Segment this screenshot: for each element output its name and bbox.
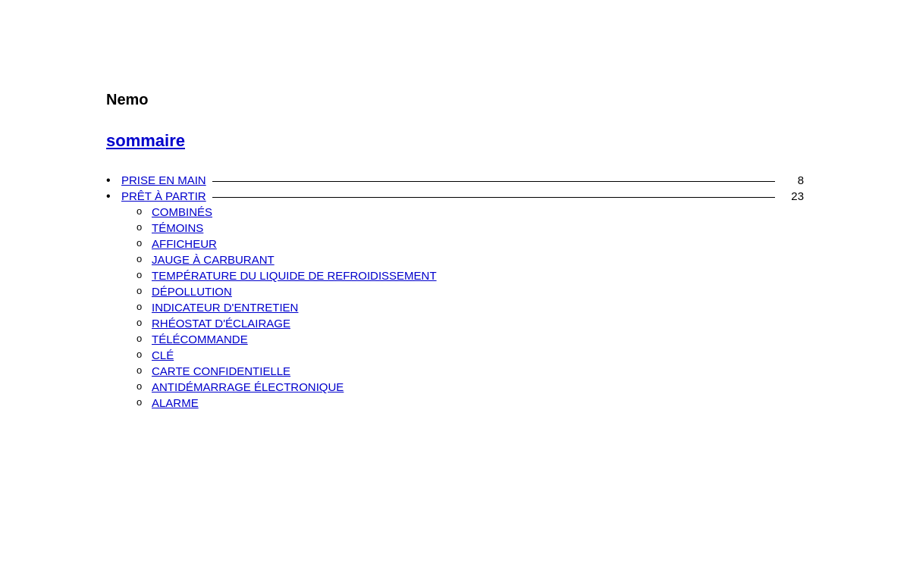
toc-link-prise-en-main[interactable]: PRISE EN MAIN <box>121 174 206 186</box>
sub-link-temoins[interactable]: TÉMOINS <box>152 221 203 234</box>
sub-item-rheostat: RHÉOSTAT D'ÉCLAIRAGE <box>136 317 804 330</box>
sub-link-combines[interactable]: COMBINÉS <box>152 205 212 218</box>
sub-item-alarme: ALARME <box>136 396 804 409</box>
sub-link-depollution[interactable]: DÉPOLLUTION <box>152 285 232 298</box>
sub-item-carte: CARTE CONFIDENTIELLE <box>136 364 804 377</box>
sub-link-antidemarrage[interactable]: ANTIDÉMARRAGE ÉLECTRONIQUE <box>152 380 344 393</box>
sub-item-antidemarrage: ANTIDÉMARRAGE ÉLECTRONIQUE <box>136 380 804 393</box>
sub-item-temperature: TEMPÉRATURE DU LIQUIDE DE REFROIDISSEMEN… <box>136 269 804 282</box>
app-title: Nemo <box>106 91 804 108</box>
sub-link-rheostat[interactable]: RHÉOSTAT D'ÉCLAIRAGE <box>152 317 290 330</box>
sub-item-jauge: JAUGE À CARBURANT <box>136 253 804 266</box>
sub-link-cle[interactable]: CLÉ <box>152 349 174 361</box>
sub-link-indicateur[interactable]: INDICATEUR D'ENTRETIEN <box>152 301 298 314</box>
page-container: Nemo sommaire PRISE EN MAIN 8 PRÊT À PAR… <box>0 0 910 458</box>
toc-line-1 <box>212 181 775 182</box>
toc-item-prise-en-main: PRISE EN MAIN 8 <box>106 174 804 186</box>
toc-page-2: 23 <box>781 189 804 202</box>
sub-item-combines: COMBINÉS <box>136 205 804 218</box>
toc-heading[interactable]: sommaire <box>106 131 185 151</box>
sub-link-alarme[interactable]: ALARME <box>152 396 199 409</box>
sub-link-carte[interactable]: CARTE CONFIDENTIELLE <box>152 364 290 377</box>
sub-link-afficheur[interactable]: AFFICHEUR <box>152 237 217 250</box>
sub-list: COMBINÉS TÉMOINS AFFICHEUR JAUGE À CARBU… <box>136 205 804 409</box>
sub-item-cle: CLÉ <box>136 349 804 361</box>
sub-item-telecommande: TÉLÉCOMMANDE <box>136 333 804 346</box>
sub-link-jauge[interactable]: JAUGE À CARBURANT <box>152 253 275 266</box>
toc-link-pret-a-partir[interactable]: PRÊT À PARTIR <box>121 189 206 202</box>
toc-line-2 <box>212 197 775 198</box>
sub-item-temoins: TÉMOINS <box>136 221 804 234</box>
sub-link-temperature[interactable]: TEMPÉRATURE DU LIQUIDE DE REFROIDISSEMEN… <box>152 269 437 282</box>
sub-item-depollution: DÉPOLLUTION <box>136 285 804 298</box>
toc-page-1: 8 <box>781 174 804 186</box>
toc-list: PRISE EN MAIN 8 PRÊT À PARTIR 23 <box>106 174 804 202</box>
sub-link-telecommande[interactable]: TÉLÉCOMMANDE <box>152 333 248 346</box>
sub-item-afficheur: AFFICHEUR <box>136 237 804 250</box>
sub-item-indicateur: INDICATEUR D'ENTRETIEN <box>136 301 804 314</box>
toc-item-pret-a-partir: PRÊT À PARTIR 23 <box>106 189 804 202</box>
